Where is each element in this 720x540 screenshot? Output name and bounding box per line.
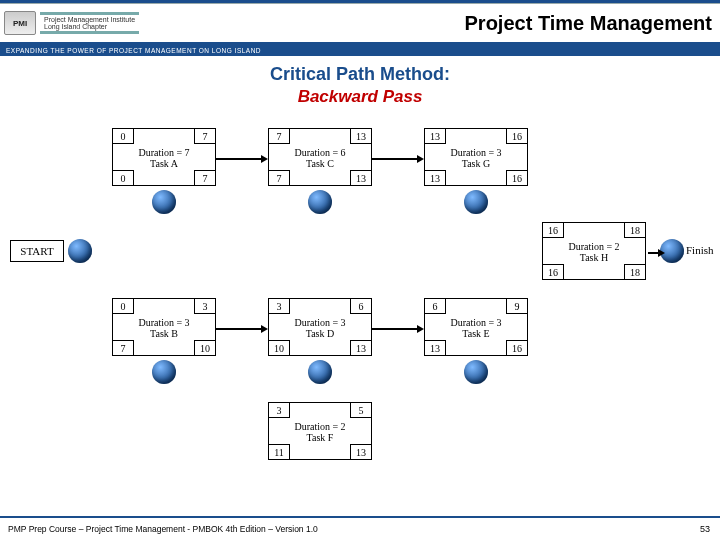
logo-line2: Long Island Chapter <box>44 23 135 30</box>
tagline: EXPANDING THE POWER OF PROJECT MANAGEMEN… <box>0 45 720 56</box>
pmi-logo: PMI Project Management Institute Long Is… <box>4 11 139 35</box>
connector-ball <box>464 190 488 214</box>
task-node-h: 16 18 Duration = 2 Task H 16 18 <box>542 222 646 280</box>
arrow-icon <box>216 325 268 333</box>
lf-cell: 7 <box>194 170 216 186</box>
header: PMI Project Management Institute Long Is… <box>0 4 720 42</box>
footer-text: PMP Prep Course – Project Time Managemen… <box>8 524 318 534</box>
arrow-icon <box>372 155 424 163</box>
start-node: START <box>10 240 64 262</box>
subtitle-2: Backward Pass <box>0 87 720 107</box>
task-name: Task A <box>113 158 215 169</box>
connector-ball <box>308 190 332 214</box>
task-node-a: 0 7 Duration = 7 Task A 0 7 <box>112 128 216 186</box>
task-node-c: 7 13 Duration = 6 Task C 7 13 <box>268 128 372 186</box>
task-node-f: 3 5 Duration = 2 Task F 11 13 <box>268 402 372 460</box>
ls-cell: 0 <box>112 170 134 186</box>
es-cell: 0 <box>112 128 134 144</box>
arrow-icon <box>648 249 665 257</box>
task-node-g: 13 16 Duration = 3 Task G 13 16 <box>424 128 528 186</box>
subtitle-1: Critical Path Method: <box>0 64 720 85</box>
connector-ball <box>68 239 92 263</box>
logo-badge: PMI <box>4 11 36 35</box>
logo-line1: Project Management Institute <box>44 16 135 23</box>
task-node-d: 3 6 Duration = 3 Task D 10 13 <box>268 298 372 356</box>
arrow-icon <box>216 155 268 163</box>
connector-ball <box>464 360 488 384</box>
page-number: 53 <box>700 524 710 534</box>
ef-cell: 7 <box>194 128 216 144</box>
connector-ball <box>152 190 176 214</box>
connector-ball <box>152 360 176 384</box>
task-node-e: 6 9 Duration = 3 Task E 13 16 <box>424 298 528 356</box>
connector-ball <box>308 360 332 384</box>
task-node-b: 0 3 Duration = 3 Task B 7 10 <box>112 298 216 356</box>
finish-label: Finish <box>686 244 714 256</box>
arrow-icon <box>372 325 424 333</box>
cpm-diagram: START 0 7 Duration = 7 Task A 0 7 7 13 D… <box>0 120 720 480</box>
page-title: Project Time Management <box>465 12 712 35</box>
